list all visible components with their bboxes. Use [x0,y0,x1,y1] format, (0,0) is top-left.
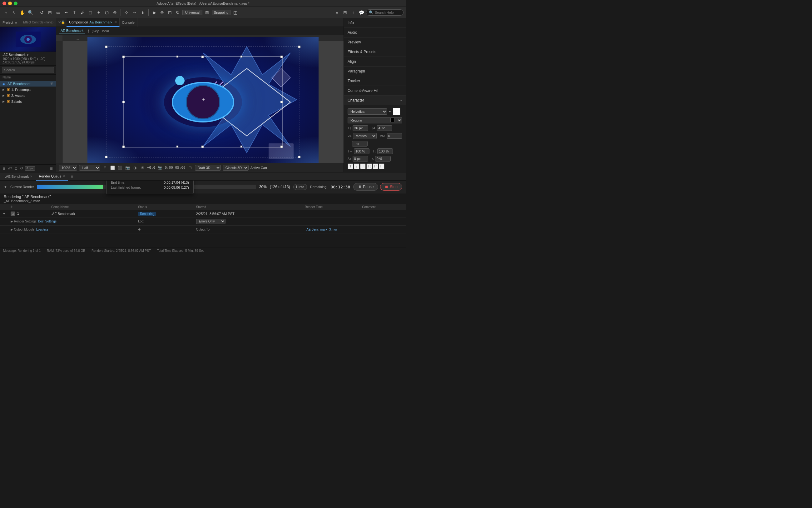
expand-render-icon[interactable]: ▼ [4,185,7,189]
audio-panel-item[interactable]: Audio [344,28,406,38]
rect-icon[interactable]: ▭ [55,9,61,16]
ae-benchmark-tab[interactable]: .AE Benchmark ✕ [2,172,35,180]
render-queue-tab-close[interactable]: ✕ [63,175,65,178]
comp-tab-close[interactable]: ✕ [114,20,117,24]
text-icon[interactable]: T [71,9,78,16]
fill-color-swatch[interactable] [393,108,400,115]
eraser-icon[interactable]: ◻ [87,9,94,16]
character-section-header[interactable]: Character ≡ [344,96,406,105]
output-filename[interactable]: _AE Benchmark_3.mov [305,228,337,231]
project-item-assets[interactable]: ▶ ▣ 2. Assets [0,92,56,98]
add-keyframe-icon[interactable]: ⊕ [159,9,166,16]
new-folder-icon[interactable]: ⊞ [2,166,6,171]
view-grid-icon[interactable]: ⊞ [102,165,108,171]
quality-select[interactable]: Half Full Quarter [79,165,100,171]
table-row[interactable]: ▼ □ 1 .AE Benchmark Rendering 2/25/21, 8… [0,210,406,217]
camera-icon[interactable]: 📷 [157,165,163,171]
comp-canvas[interactable]: 200 300 400 500 600 700 800 900 1000 110… [56,35,344,163]
font-size-input[interactable] [353,125,368,131]
preview-panel-item[interactable]: Preview [344,38,406,47]
close-tab-icon[interactable]: ✕ [58,20,61,25]
share-icon[interactable]: ↑ [350,9,357,16]
brush-icon[interactable]: 🖌 [79,9,86,16]
eyedropper-icon[interactable]: ✒ [389,109,392,114]
tsukuri-input[interactable] [375,156,391,162]
more-icon[interactable]: » [333,9,341,16]
paragraph-panel-item[interactable]: Paragraph [344,67,406,76]
delete-icon[interactable]: 🗑 [49,166,54,171]
exposure-icon[interactable]: ☀ [140,165,145,171]
hand-icon[interactable]: ✋ [19,9,26,16]
tracking-select[interactable]: Metrics Optical [353,133,377,139]
font-name-select[interactable]: Helvetica [348,109,387,115]
caps-button[interactable]: TT [360,163,366,169]
effects-presets-panel-item[interactable]: Effects & Presets [344,47,406,57]
stroke-input[interactable] [352,141,368,146]
output-module-value[interactable]: Lossless [36,228,48,231]
snapping-button[interactable]: Snapping [212,10,231,15]
add-output-button[interactable]: + [138,227,140,232]
pause-button[interactable]: ⏸ Pause [353,183,378,190]
maximize-button[interactable] [14,2,17,5]
view-options-icon[interactable]: ⊠ [204,9,211,16]
color-correct-icon[interactable]: ◑ [132,165,138,171]
minimize-button[interactable] [8,2,12,5]
tracker-panel-item[interactable]: Tracker [344,76,406,86]
align-tool-icon[interactable]: ◫ [232,9,239,16]
tag-icon[interactable]: 🏷 [7,166,12,171]
zoom-icon[interactable]: 🔍 [27,9,34,16]
transparency-icon[interactable]: ⬛ [117,165,123,171]
console-tab[interactable]: Console [120,18,137,27]
rotate-icon[interactable]: ↺ [38,9,45,16]
project-search-input[interactable] [2,67,54,73]
play-icon[interactable]: ▶ [151,9,158,16]
render-queue-tab[interactable]: Render Queue ✕ [36,172,67,180]
stroke-color-swatch[interactable] [390,118,395,122]
search-help-input[interactable] [375,11,401,14]
row-expand[interactable]: ▼ [0,210,8,217]
ae-benchmark-subtab[interactable]: AE Benchmark [59,28,85,33]
row-expand-icon[interactable]: ▼ [2,212,6,216]
log-select[interactable]: Errors Only All Information [196,219,225,224]
render-settings-value[interactable]: Best Settings [38,220,56,223]
small-caps-button[interactable]: Tt [366,163,372,169]
render-region-icon[interactable]: ⊡ [187,165,193,171]
baseline-input[interactable] [353,156,368,162]
project-item-salads[interactable]: ▶ ▣ Salads [0,98,56,104]
expand-icon[interactable]: ▶ [2,100,6,103]
universal-button[interactable]: Universal [182,10,202,15]
layout-icon[interactable]: ⊞ [342,9,349,16]
superscript-button[interactable]: T⁺ [372,163,378,169]
position-icon[interactable]: ↔ [131,9,138,16]
search-project-icon[interactable]: ↺ [19,166,24,171]
bold-button[interactable]: T [348,163,353,169]
h-scale-input[interactable] [354,149,369,154]
loop-icon[interactable]: ⊡ [167,9,173,16]
safe-zones-icon[interactable]: ⬜ [109,165,115,171]
expand-icon[interactable]: ▶ [2,88,6,91]
grid-icon[interactable]: ⊞ [47,9,53,16]
shape-icon[interactable]: ⬡ [103,9,110,16]
subscript-button[interactable]: T₋ [379,163,385,169]
home-icon[interactable]: ⌂ [2,9,9,16]
project-item-precomps[interactable]: ▶ ▣ 1. Precomps [0,87,56,92]
align-panel-item[interactable]: Align [344,57,406,67]
expand-icon[interactable]: ▶ [2,94,6,97]
anchor-icon[interactable]: ⊹ [123,9,130,16]
italic-button[interactable]: T [354,163,359,169]
v-scale-input[interactable] [377,149,393,154]
graph-icon[interactable]: ↡ [139,9,146,16]
puppet-icon[interactable]: ✦ [95,9,102,16]
comp-settings-icon[interactable]: ⊡ [14,166,18,171]
close-button[interactable] [2,2,6,5]
add-panel-icon[interactable]: ≡ [69,174,75,179]
zoom-select[interactable]: 100% 50% 200% [59,165,77,171]
info-button[interactable]: ℹ Info [293,184,307,190]
select-icon[interactable]: ↖ [11,9,17,16]
ram-preview-icon[interactable]: ↻ [174,9,181,16]
classic-3d-select[interactable]: Classic 3D [223,165,249,171]
stop-button[interactable]: ⏹ Stop [380,183,402,190]
pen-icon[interactable]: ✒ [63,9,70,16]
ae-benchmark-tab-close[interactable]: ✕ [30,175,33,178]
leading-input[interactable] [377,125,392,131]
